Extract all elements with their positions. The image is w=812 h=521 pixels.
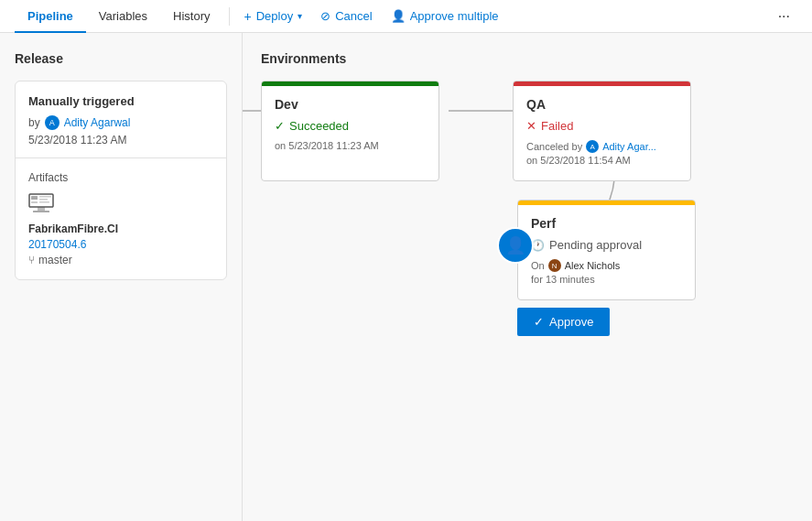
top-nav: Pipeline Variables History + Deploy ▾ ⊘ … [0,0,812,33]
deploy-icon: + [244,9,252,24]
artifact-version[interactable]: 20170504.6 [28,238,213,251]
artifacts-title: Artifacts [28,171,213,184]
avatar-alex: N [548,259,561,272]
release-by: by A Adity Agarwal [28,115,213,130]
qa-status: ✕ Failed [526,119,677,133]
release-card-top: Manually triggered by A Adity Agarwal 5/… [16,81,226,158]
perf-meta-on: On N Alex Nichols [531,259,682,272]
tab-pipeline[interactable]: Pipeline [15,0,86,33]
svg-rect-3 [39,196,51,198]
qa-meta-canceled: Canceled by A Adity Agar... [526,140,677,153]
svg-rect-4 [39,199,48,201]
env-card-qa: QA ✕ Failed Canceled by A Adity Agar... … [513,81,691,181]
approve-multiple-button[interactable]: 👤 Approve multiple [382,0,508,33]
cancel-button[interactable]: ⊘ Cancel [311,0,381,33]
qa-status-icon: ✕ [526,119,536,133]
svg-rect-6 [38,207,45,211]
svg-rect-2 [31,201,38,203]
qa-card-body: QA ✕ Failed Canceled by A Adity Agar... … [514,86,690,177]
nav-divider [229,7,230,26]
svg-rect-5 [39,201,49,203]
deploy-button[interactable]: + Deploy ▾ [235,0,312,33]
svg-rect-1 [31,196,38,200]
avatar-adity: A [45,115,60,130]
release-panel: Release Manually triggered by A Adity Ag… [0,33,243,521]
more-actions-button[interactable]: ··· [771,0,797,33]
person-icon: 👤 [505,235,525,255]
artifact-item: FabrikamFibre.CI 20170504.6 ⑂ master [28,193,213,266]
env-card-dev: Dev ✓ Succeeded on 5/23/2018 11:23 AM [261,81,439,181]
env-card-perf: Perf 🕐 Pending approval On N Alex Nichol… [517,200,696,300]
svg-rect-7 [33,211,49,212]
environments-panel: Environments Dev ✓ Succeeded on [243,33,812,521]
tab-variables[interactable]: Variables [86,0,160,33]
release-section-title: Release [15,51,227,66]
approve-multiple-icon: 👤 [391,9,406,23]
artifact-name: FabrikamFibre.CI [28,223,213,235]
release-by-label: by [28,116,40,129]
artifact-branch: ⑂ master [28,254,213,266]
dev-meta: on 5/23/2018 11:23 AM [275,140,426,151]
release-card-bottom: Artifacts [16,158,226,279]
perf-env-name: Perf [531,216,682,231]
perf-approval-avatar: 👤 [497,227,534,264]
release-by-user: Adity Agarwal [64,116,131,129]
artifact-icon [28,193,213,218]
cancel-icon: ⊘ [320,9,330,23]
dev-env-name: Dev [275,97,426,112]
perf-status: 🕐 Pending approval [531,238,682,252]
qa-meta-date: on 5/23/2018 11:54 AM [526,155,677,166]
qa-env-name: QA [526,97,677,112]
release-card: Manually triggered by A Adity Agarwal 5/… [15,81,227,280]
approve-button[interactable]: ✓ Approve [517,308,610,336]
perf-approver-name: Alex Nichols [565,260,621,271]
dev-card-body: Dev ✓ Succeeded on 5/23/2018 11:23 AM [262,86,438,162]
branch-icon: ⑂ [28,254,35,266]
dev-status-icon: ✓ [275,119,285,133]
release-trigger: Manually triggered [28,94,213,108]
main-content: Release Manually triggered by A Adity Ag… [0,33,812,521]
deploy-dropdown-icon: ▾ [298,11,302,21]
perf-meta-time: for 13 minutes [531,274,682,285]
release-date: 5/23/2018 11:23 AM [28,134,213,147]
avatar-adity-qa: A [586,140,599,153]
approve-check-icon: ✓ [534,315,544,329]
perf-card-body: Perf 🕐 Pending approval On N Alex Nichol… [518,205,695,296]
environments-section-title: Environments [261,51,794,66]
tab-history[interactable]: History [160,0,222,33]
dev-status: ✓ Succeeded [275,119,426,133]
